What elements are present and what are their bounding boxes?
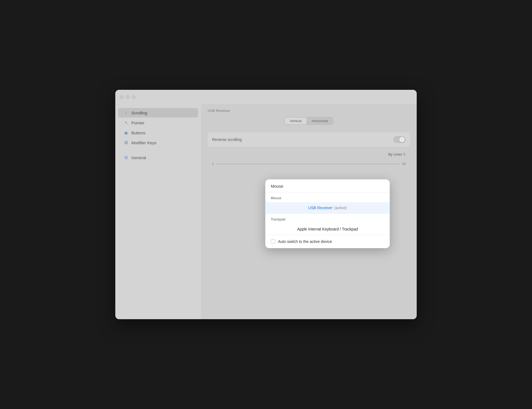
- mouse-section-label: Mouse: [265, 192, 390, 202]
- pointer-icon: ↖: [124, 120, 129, 125]
- sidebar-item-buttons[interactable]: ◉ Buttons: [118, 128, 198, 137]
- sidebar-item-general[interactable]: ⚙ General: [118, 153, 198, 162]
- device-picker-modal: Mouse Mouse USB Receiver (active) Trackp…: [265, 179, 390, 248]
- usb-receiver-status: (active): [334, 206, 347, 210]
- modifier-icon: ⌘: [124, 140, 129, 145]
- sidebar-item-label: Buttons: [131, 130, 145, 135]
- sidebar-item-pointer[interactable]: ↖ Pointer: [118, 118, 198, 127]
- modal-body: Mouse USB Receiver (active) Trackpad App…: [265, 192, 390, 235]
- usb-receiver-inner: USB Receiver (active): [271, 206, 384, 210]
- auto-switch-label: Auto switch to the active device: [278, 239, 332, 244]
- usb-receiver-device-item[interactable]: USB Receiver (active): [265, 202, 390, 213]
- sidebar: ↕ Scrolling ↖ Pointer ◉ Buttons ⌘ Modifi…: [115, 104, 201, 319]
- usb-receiver-name: USB Receiver: [308, 206, 333, 210]
- gear-icon: ⚙: [124, 155, 129, 160]
- modal-header: Mouse: [265, 179, 390, 192]
- sidebar-gap: [115, 148, 201, 152]
- trackpad-device-item[interactable]: Apple Internal Keyboard / Trackpad: [265, 224, 390, 235]
- app-window: ↕ Scrolling ↖ Pointer ◉ Buttons ⌘ Modifi…: [115, 90, 417, 319]
- sidebar-item-scrolling[interactable]: ↕ Scrolling: [118, 108, 198, 117]
- sidebar-item-label: Modifier Keys: [131, 140, 157, 145]
- title-bar: [115, 90, 417, 104]
- buttons-icon: ◉: [124, 130, 129, 135]
- trackpad-section-label: Trackpad: [265, 214, 390, 224]
- auto-switch-checkbox[interactable]: [271, 239, 275, 244]
- modal-title: Mouse: [271, 184, 283, 188]
- scroll-icon: ↕: [124, 110, 129, 115]
- sidebar-item-label: General: [131, 155, 146, 160]
- sidebar-item-label: Scrolling: [131, 111, 147, 115]
- trackpad-name: Apple Internal Keyboard / Trackpad: [271, 227, 384, 231]
- traffic-lights: [120, 95, 136, 99]
- close-button[interactable]: [120, 95, 124, 99]
- content-area: ↕ Scrolling ↖ Pointer ◉ Buttons ⌘ Modifi…: [115, 104, 417, 319]
- sidebar-item-modifier-keys[interactable]: ⌘ Modifier Keys: [118, 138, 198, 147]
- maximize-button[interactable]: [132, 95, 136, 99]
- minimize-button[interactable]: [126, 95, 130, 99]
- main-panel: USB Receiver Vertical Horizontal Reverse…: [201, 104, 417, 319]
- modal-footer: Auto switch to the active device: [265, 235, 390, 248]
- sidebar-item-label: Pointer: [131, 120, 145, 125]
